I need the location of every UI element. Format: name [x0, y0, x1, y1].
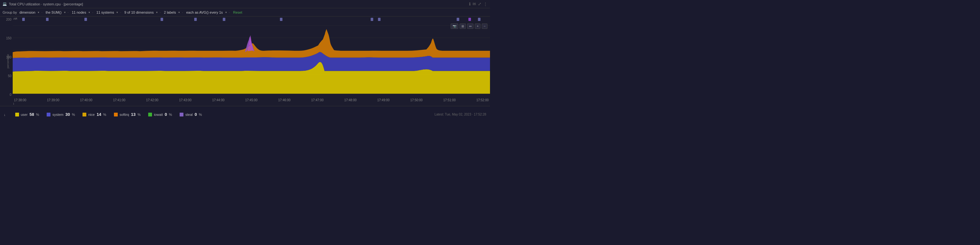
legend-value-steal: 0 [194, 112, 197, 117]
x-labels: 17:38:00 17:39:00 17:40:00 17:41:00 17:4… [13, 99, 490, 102]
latest-label: Latest: Tue, May 02, 2023 · 17:52:28 [434, 113, 486, 116]
legend-pct-nice: % [103, 113, 106, 116]
y-axis: percentage 200 150 100 50 0 [0, 16, 13, 106]
x-tick-11: 17:49:00 [377, 99, 390, 102]
sep1: · [41, 10, 42, 14]
legend-pct-steal: % [199, 113, 202, 116]
annotation-dot[interactable] [84, 18, 87, 21]
chart-title: Total CPU utilization · system.cpu · [pe… [9, 2, 83, 6]
annotation-dot[interactable] [194, 18, 197, 21]
x-axis: i 17:38:00 17:39:00 17:40:00 17:41:00 17… [13, 97, 490, 106]
annotation-dot[interactable] [223, 18, 225, 21]
more-icon[interactable]: ⋮ [483, 2, 487, 6]
dashboard-container: 💻 Total CPU utilization · system.cpu · [… [0, 0, 490, 123]
systems-chevron: ▾ [116, 11, 118, 14]
annotation-dot[interactable] [378, 18, 380, 21]
legend-name-nice: nice [88, 113, 95, 116]
annotations-bar: AR [13, 16, 490, 22]
x-tick-2: 17:40:00 [80, 99, 92, 102]
zoom-out-btn[interactable]: − [482, 24, 487, 29]
chart-svg [13, 22, 490, 97]
legend-value-softirq: 13 [131, 112, 135, 117]
chart-canvas[interactable]: 📷 ⊞ ⇔ + − [13, 22, 490, 97]
legend-color-softirq [114, 113, 118, 116]
legend-color-nice [83, 113, 86, 116]
systems-button[interactable]: 11 systems [95, 10, 116, 14]
sep6: · [182, 10, 183, 14]
legend-item-system: system 30 % [47, 112, 75, 117]
screenshot-btn[interactable]: 📷 [451, 24, 458, 29]
dimension-chevron: ▾ [38, 11, 39, 14]
dimensions-button[interactable]: 9 of 10 dimensions [123, 10, 155, 14]
legend-item-steal: steal 0 % [180, 112, 202, 117]
sum-chevron: ▾ [64, 11, 66, 14]
x-tick-5: 17:43:00 [179, 99, 191, 102]
group-by-label: Group by [3, 11, 17, 14]
x-tick-6: 17:44:00 [212, 99, 224, 102]
toolbar: Group by dimension▾ · the SUM()▾ · 11 no… [0, 8, 490, 16]
ar-label: AR [13, 17, 18, 20]
sep3: · [92, 10, 93, 14]
info-icon[interactable]: ℹ [469, 2, 471, 6]
x-tick-8: 17:46:00 [278, 99, 291, 102]
sum-button[interactable]: the SUM() [45, 10, 63, 14]
legend-pct-system: % [72, 113, 75, 116]
legend-item-user: user 58 % [15, 112, 39, 117]
labels-chevron: ▾ [178, 11, 180, 14]
legend-value-iowait: 0 [165, 112, 167, 117]
y-tick-150: 150 [6, 37, 11, 40]
nodes-chevron: ▾ [89, 11, 90, 14]
legend-item-iowait: iowait 0 % [148, 112, 172, 117]
x-tick-12: 17:50:00 [410, 99, 423, 102]
y-tick-50: 50 [8, 74, 11, 78]
annotation-dot[interactable] [22, 18, 25, 21]
labels-button[interactable]: 2 labels [162, 10, 177, 14]
expand-icon[interactable]: ⤢ [478, 2, 481, 6]
sync-btn[interactable]: ⇔ [467, 24, 474, 29]
x-tick-13: 17:51:00 [443, 99, 456, 102]
legend-name-softirq: softirq [119, 113, 129, 116]
sep2: · [68, 10, 68, 14]
legend-color-system [47, 113, 51, 116]
legend-color-iowait [148, 113, 152, 116]
annotation-dot[interactable] [46, 18, 49, 21]
legend-pct-user: % [36, 113, 39, 116]
x-tick-10: 17:48:00 [344, 99, 357, 102]
legend-value-nice: 14 [97, 112, 101, 117]
annotation-dot[interactable] [478, 18, 480, 21]
y-axis-label: percentage [6, 54, 10, 68]
zoom-in-btn[interactable]: + [475, 24, 480, 29]
x-tick-9: 17:47:00 [311, 99, 324, 102]
title-icons: ℹ ✉ ⤢ ⋮ [469, 2, 487, 6]
legend-value-user: 58 [30, 112, 34, 117]
y-tick-200: 200 [6, 18, 11, 21]
pan-btn[interactable]: ⊞ [460, 24, 466, 29]
share-icon[interactable]: ✉ [473, 2, 476, 6]
legend-value-system: 30 [65, 112, 70, 117]
dimension-button[interactable]: dimension [18, 10, 37, 14]
annotation-dot[interactable] [161, 18, 163, 21]
legend-pct-iowait: % [169, 113, 172, 116]
legend-color-steal [180, 113, 183, 116]
legend-name-iowait: iowait [154, 113, 163, 116]
y-tick-0: 0 [10, 93, 11, 97]
x-tick-1: 17:39:00 [47, 99, 59, 102]
nodes-button[interactable]: 11 nodes [70, 10, 87, 14]
annotation-dot[interactable] [371, 18, 373, 21]
title-bar: 💻 Total CPU utilization · system.cpu · [… [0, 0, 490, 8]
i-label: i [13, 102, 14, 105]
legend-bar: ↓ user 58 % system 30 % nice 14 % softir… [0, 106, 490, 123]
chart-overlay-buttons: 📷 ⊞ ⇔ + − [451, 24, 487, 29]
legend-name-steal: steal [185, 113, 192, 116]
x-tick-7: 17:45:00 [245, 99, 258, 102]
annotation-dot[interactable] [280, 18, 282, 21]
legend-name-user: user [21, 113, 28, 116]
dimensions-chevron: ▾ [156, 11, 158, 14]
legend-item-nice: nice 14 % [83, 112, 106, 117]
annotation-dot[interactable] [468, 18, 471, 21]
x-tick-14: 17:52:00 [476, 99, 489, 102]
annotation-dot[interactable] [457, 18, 459, 21]
each-as-chevron: ▾ [225, 11, 227, 14]
each-as-button[interactable]: each as AVG() every 1s [185, 10, 224, 14]
reset-button[interactable]: Reset [232, 10, 243, 14]
